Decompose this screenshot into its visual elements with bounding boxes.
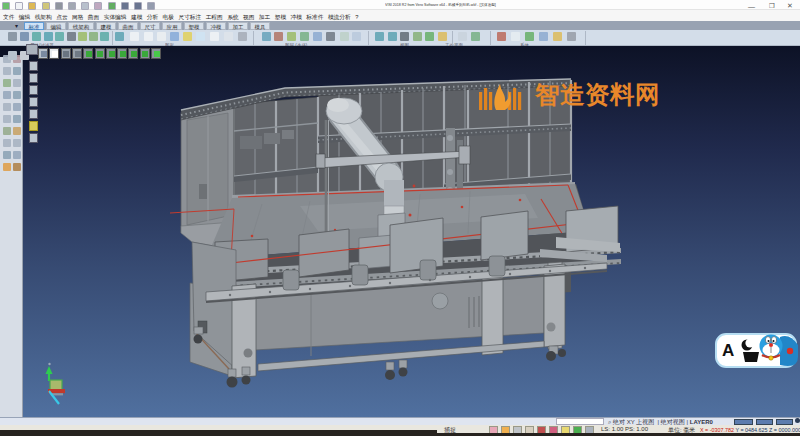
svg-text:A: A bbox=[722, 341, 734, 360]
svg-text:智造资料网: 智造资料网 bbox=[534, 81, 660, 108]
